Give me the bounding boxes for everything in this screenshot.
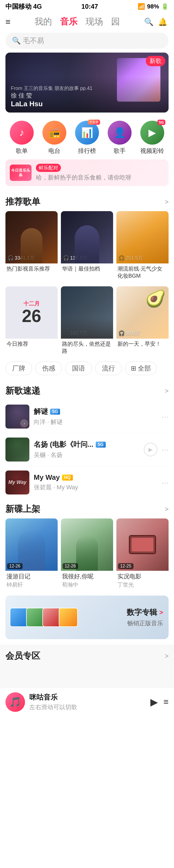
album-artist-2: 荀瀚中 (61, 581, 113, 590)
vip-content-area (0, 666, 174, 688)
tag-all[interactable]: ⊞ 全部 (125, 362, 156, 375)
status-bar: 中国移动 4G 10:47 📶 98% 🔋 (0, 0, 174, 13)
feature-video[interactable]: 5G ▶ 视频彩铃 (139, 121, 166, 155)
singer-label: 歌手 (114, 147, 126, 155)
nav-tab-mine[interactable]: 我的 (35, 16, 52, 28)
playlist-card-3[interactable]: 🎧 251.5万 潮流前线·元气少女化妆BGM (116, 211, 169, 281)
nav-tab-live[interactable]: 现场 (85, 16, 103, 28)
chart-label: 排行榜 (78, 147, 96, 155)
hamburger-icon[interactable]: ≡ (5, 17, 11, 27)
digital-album-banner[interactable]: 数字专辑 > 畅销正版音乐 (5, 595, 169, 639)
album-thumb-2: 12-26 (61, 519, 113, 571)
today-music-icon: 今日音乐头条 (10, 164, 32, 181)
new-albums-more[interactable]: > (165, 505, 169, 513)
playlist-card-6[interactable]: 🥑 🎧 90.8万 新的一天，早安！ (116, 286, 169, 356)
song-item-1[interactable]: ♪ 解谜 5G 向洋 · 解谜 ··· (0, 400, 174, 433)
nav-tab-music[interactable]: 音乐 (60, 16, 77, 28)
banner-from-text: From 王三的音乐集 朋友的故事 pp.41 (11, 85, 163, 92)
album-card-2[interactable]: 12-26 我很好,你呢 荀瀚中 (61, 519, 113, 590)
album-name-2: 我很好,你呢 (61, 571, 113, 581)
new-albums-title: 新碟上架 (5, 503, 40, 515)
playlist-name-2: 华语｜最佳拍档 (61, 264, 113, 274)
fresh-music-tag: 鲜乐配对 (36, 164, 61, 172)
playlist-icon: ♪ (10, 121, 34, 145)
today-music-banner[interactable]: 今日音乐头条 鲜乐配对 哈，新鲜热乎的音乐食粮，请你吃呀 (5, 159, 169, 186)
tag-emotional[interactable]: 伤感 (35, 362, 62, 375)
banner-artist: 徐 佳 莹 (11, 92, 163, 100)
battery-icon: 🔋 (161, 3, 169, 10)
feature-radio[interactable]: 📻 电台 (41, 121, 68, 155)
new-albums-section-header: 新碟上架 > (0, 499, 174, 519)
notification-icon[interactable]: 🔔 (158, 18, 168, 26)
player-playlist-button[interactable]: ≡ (163, 697, 169, 707)
album-date-3: 12-25 (118, 563, 134, 569)
song-title-2: 名扬 (电影《叶问... 5G (34, 440, 139, 449)
tag-row: 厂牌 伤感 国语 流行 ⊞ 全部 (0, 362, 174, 381)
digital-album-left (5, 603, 82, 631)
tag-mandarin[interactable]: 国语 (65, 362, 92, 375)
song-more-icon-1[interactable]: ··· (162, 412, 169, 421)
feature-chart[interactable]: 全面屏 📊 排行榜 (73, 121, 101, 155)
new-songs-title: 新歌速递 (5, 385, 40, 397)
album-name-3: 实况电影 (116, 571, 169, 581)
song-more-icon-3[interactable]: ··· (162, 478, 169, 487)
tag-popular[interactable]: 流行 (95, 362, 122, 375)
new-songs-section-header: 新歌速递 > (0, 381, 174, 400)
search-placeholder: 毛不易 (23, 36, 44, 45)
today-music-description: 哈，新鲜热乎的音乐食粮，请你吃呀 (36, 174, 164, 182)
today-music-text: 鲜乐配对 哈，新鲜热乎的音乐食粮，请你吃呀 (36, 164, 164, 182)
album-thumb-3: 12-25 (116, 519, 169, 571)
song-item-2[interactable]: 名扬 (电影《叶问... 5G 吴樾 · 名扬 ▶ ··· (0, 433, 174, 466)
playlist-count-6: 🎧 90.8万 (118, 330, 140, 337)
album-card-1[interactable]: 12-26 漫游日记 钟易轩 (5, 519, 58, 590)
playlist-name-1: 热门影视音乐推荐 (5, 264, 58, 274)
digital-album-sub: 畅销正版音乐 (127, 619, 163, 627)
playlist-card-1[interactable]: 🎧 3341.1万 热门影视音乐推荐 (5, 211, 58, 281)
date-day: 26 (22, 307, 41, 325)
nav-tab-garden[interactable]: 园 (111, 16, 120, 28)
song-more-icon-2[interactable]: ··· (162, 445, 169, 454)
song-info-3: My Way HQ 张碧晨 · My Way (34, 473, 158, 492)
player-play-button[interactable]: ▶ (150, 696, 158, 708)
playlist-card-5[interactable]: 🎧 162.7万 路的尽头，依然还是路 (61, 286, 113, 356)
grid-icon: ⊞ (131, 365, 136, 372)
carrier-text: 中国移动 (5, 2, 32, 11)
song-thumb-2 (5, 438, 29, 462)
album-name-1: 漫游日记 (5, 571, 58, 581)
bottom-player: 🎵 咪咕音乐 左右滑动可以切歌 ▶ ≡ (0, 688, 174, 716)
player-avatar[interactable]: 🎵 (5, 692, 25, 712)
chevron-right-icon: > (165, 198, 169, 206)
radio-icon: 📻 (42, 121, 66, 145)
song-artist-2: 吴樾 · 名扬 (34, 451, 139, 459)
song-play-button-2[interactable]: ▶ (144, 443, 158, 456)
player-song-title: 咪咕音乐 (29, 692, 146, 702)
song-badge-hq-3: HQ (62, 474, 73, 480)
album-card-3[interactable]: 12-25 实况电影 丁世光 (116, 519, 169, 590)
hero-banner[interactable]: From 王三的音乐集 朋友的故事 pp.41 徐 佳 莹 LaLa Hsu 新… (5, 53, 169, 113)
vip-more[interactable]: > (165, 652, 169, 660)
chevron-right-icon-2: > (165, 387, 169, 395)
feature-playlist[interactable]: ♪ 歌单 (8, 121, 35, 155)
search-bar[interactable]: 🔍 毛不易 (5, 33, 169, 49)
tag-factory[interactable]: 厂牌 (5, 362, 32, 375)
playlist-card-2[interactable]: 🎧 135.9万 华语｜最佳拍档 (61, 211, 113, 281)
player-subtitle: 左右滑动可以切歌 (29, 703, 146, 711)
new-songs-more[interactable]: > (165, 387, 169, 395)
song-thumb-3: My Way (5, 470, 29, 494)
song-badge-5g-1: 5G (50, 409, 60, 415)
song-badge-5g-2: 5G (96, 442, 106, 447)
today-recommendation-label: 今日推荐 (5, 339, 58, 349)
digital-album-title: 数字专辑 > (127, 607, 163, 618)
feature-icon-grid: ♪ 歌单 📻 电台 全面屏 📊 排行榜 👤 歌手 5G ▶ 视频彩铃 (0, 118, 174, 159)
5g-badge: 5G (158, 120, 165, 125)
playlist-thumb-6: 🥑 🎧 90.8万 (116, 286, 169, 339)
digital-arrow: > (159, 609, 163, 616)
feature-singer[interactable]: 👤 歌手 (106, 121, 133, 155)
song-item-3[interactable]: My Way My Way HQ 张碧晨 · My Way ··· (0, 466, 174, 499)
recommended-more[interactable]: > (165, 198, 169, 206)
search-icon[interactable]: 🔍 (144, 18, 153, 26)
nav-tabs: 我的 音乐 现场 园 (35, 16, 120, 28)
new-song-tag: 新歌 (146, 56, 165, 66)
status-left: 中国移动 4G (5, 2, 42, 11)
playlist-card-4[interactable]: 十二月 26 今日推荐 (5, 286, 58, 356)
